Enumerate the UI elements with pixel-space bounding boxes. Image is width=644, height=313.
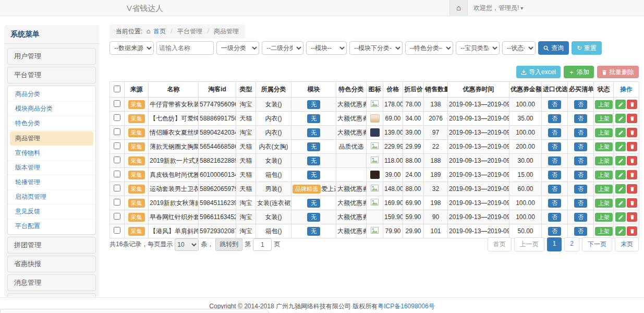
import-pick-badge[interactable]: 否 xyxy=(548,185,561,194)
row-checkbox[interactable] xyxy=(114,185,120,191)
status-badge[interactable]: 上架 xyxy=(595,185,613,194)
import-pick-badge[interactable]: 否 xyxy=(548,128,561,137)
import-pick-badge[interactable]: 否 xyxy=(548,227,561,236)
delete-button[interactable] xyxy=(627,184,637,194)
item-type-select[interactable]: --宝贝类型-- xyxy=(456,41,500,55)
level2-category-select[interactable]: --二级分类-- xyxy=(262,41,303,55)
status-badge[interactable]: 上架 xyxy=(595,100,613,109)
sidebar-item[interactable]: 用户管理 xyxy=(7,48,96,65)
status-badge[interactable]: 上架 xyxy=(595,156,613,165)
home-button[interactable]: ⌂ xyxy=(449,0,468,16)
data-source-select[interactable]: --数据来源-- xyxy=(110,41,154,55)
row-checkbox[interactable] xyxy=(114,199,120,206)
jump-button[interactable]: 跳转到 xyxy=(215,238,242,251)
import-pick-badge[interactable]: 否 xyxy=(548,156,561,165)
must-buy-badge[interactable]: 否 xyxy=(574,213,587,222)
sidebar-subitem[interactable]: 启动页管理 xyxy=(8,190,95,204)
batch-delete-button[interactable]: 批量删除 xyxy=(597,66,639,78)
page-link[interactable]: 2 xyxy=(564,237,579,251)
delete-button[interactable] xyxy=(627,198,637,208)
per-page-select[interactable]: 10 xyxy=(175,238,199,251)
delete-button[interactable] xyxy=(627,128,637,137)
status-badge[interactable]: 上架 xyxy=(595,114,613,123)
select-all-checkbox[interactable] xyxy=(114,86,120,92)
edit-button[interactable] xyxy=(615,226,626,236)
user-menu[interactable]: 欢迎您，管理员!▾ xyxy=(473,0,523,16)
icp-link[interactable]: 粤ICP备16098006号 xyxy=(378,303,434,310)
sidebar-item[interactable]: 省惠快报 xyxy=(7,256,96,272)
must-buy-badge[interactable]: 否 xyxy=(574,199,587,208)
sidebar-subitem[interactable]: 宣传物料 xyxy=(8,146,95,161)
sidebar-item[interactable]: 平台管理 xyxy=(7,67,96,83)
must-buy-badge[interactable]: 否 xyxy=(574,142,587,151)
edit-button[interactable] xyxy=(615,198,626,208)
sidebar-item[interactable]: 订单管理 xyxy=(7,293,96,297)
edit-button[interactable] xyxy=(615,100,626,109)
module-select[interactable]: --模块-- xyxy=(306,41,347,55)
import-pick-badge[interactable]: 否 xyxy=(548,142,561,151)
level1-category-select[interactable]: 一级分类 xyxy=(216,41,259,55)
status-badge[interactable]: 上架 xyxy=(595,142,613,151)
sidebar-subitem[interactable]: 平台配置 xyxy=(8,219,95,233)
sidebar-subitem[interactable]: 模块商品分类 xyxy=(8,102,95,116)
edit-button[interactable] xyxy=(615,170,626,179)
row-checkbox[interactable] xyxy=(114,128,120,135)
must-buy-badge[interactable]: 否 xyxy=(574,114,587,123)
sidebar-subitem[interactable]: 特色分类 xyxy=(8,116,95,131)
must-buy-badge[interactable]: 否 xyxy=(574,156,587,165)
must-buy-badge[interactable]: 否 xyxy=(574,185,587,194)
sidebar-item[interactable]: 消息管理 xyxy=(7,274,96,291)
must-buy-badge[interactable]: 否 xyxy=(574,128,587,137)
status-badge[interactable]: 上架 xyxy=(595,128,613,137)
edit-button[interactable] xyxy=(615,128,626,137)
breadcrumb-home-link[interactable]: 首页 xyxy=(153,28,166,35)
sidebar-subitem[interactable]: 轮播管理 xyxy=(8,175,95,190)
must-buy-badge[interactable]: 否 xyxy=(574,100,587,109)
sidebar-subitem[interactable]: 版本管理 xyxy=(8,161,95,175)
delete-button[interactable] xyxy=(627,212,637,222)
row-checkbox[interactable] xyxy=(114,227,120,234)
must-buy-badge[interactable]: 否 xyxy=(574,227,587,236)
page-link[interactable]: 末页 xyxy=(615,237,639,251)
import-pick-badge[interactable]: 否 xyxy=(548,100,561,109)
add-button[interactable]: ＋ 添加 xyxy=(564,66,594,78)
sidebar-item[interactable]: 拼团管理 xyxy=(7,237,96,254)
row-checkbox[interactable] xyxy=(114,100,120,107)
delete-button[interactable] xyxy=(627,156,637,165)
delete-button[interactable] xyxy=(627,114,637,123)
module-sub-select[interactable]: --模块下分类-- xyxy=(349,41,403,55)
delete-button[interactable] xyxy=(627,170,637,179)
sidebar-subitem[interactable]: 意见反馈 xyxy=(8,204,95,219)
row-checkbox[interactable] xyxy=(114,213,120,220)
edit-button[interactable] xyxy=(615,114,626,123)
search-button[interactable]: 查询 xyxy=(538,41,569,55)
edit-button[interactable] xyxy=(615,156,626,165)
edit-button[interactable] xyxy=(615,212,626,222)
delete-button[interactable] xyxy=(627,142,637,151)
must-buy-badge[interactable]: 否 xyxy=(574,171,587,179)
status-select[interactable]: --状态-- xyxy=(502,41,536,55)
status-badge[interactable]: 上架 xyxy=(595,199,613,208)
import-pick-badge[interactable]: 否 xyxy=(548,114,561,123)
name-input[interactable] xyxy=(156,41,214,55)
delete-button[interactable] xyxy=(627,226,637,236)
row-checkbox[interactable] xyxy=(114,142,120,149)
status-badge[interactable]: 上架 xyxy=(595,227,613,236)
import-pick-badge[interactable]: 否 xyxy=(548,213,561,222)
import-excel-button[interactable]: 导入excel xyxy=(516,66,561,78)
page-link[interactable]: 1 xyxy=(547,237,562,251)
import-pick-badge[interactable]: 否 xyxy=(548,171,561,179)
page-link[interactable]: 下一页 xyxy=(582,237,612,251)
import-pick-badge[interactable]: 否 xyxy=(548,199,561,208)
delete-button[interactable] xyxy=(627,100,637,109)
row-checkbox[interactable] xyxy=(114,171,120,177)
status-badge[interactable]: 上架 xyxy=(595,213,613,222)
edit-button[interactable] xyxy=(615,184,626,194)
sidebar-subitem[interactable]: 商品管理 xyxy=(10,131,93,146)
row-checkbox[interactable] xyxy=(114,156,120,163)
feature-select[interactable]: --特色分类-- xyxy=(405,41,453,55)
sidebar-subitem[interactable]: 商品分类 xyxy=(8,87,95,102)
row-checkbox[interactable] xyxy=(114,114,120,121)
page-number-input[interactable] xyxy=(253,238,272,251)
edit-button[interactable] xyxy=(615,142,626,151)
